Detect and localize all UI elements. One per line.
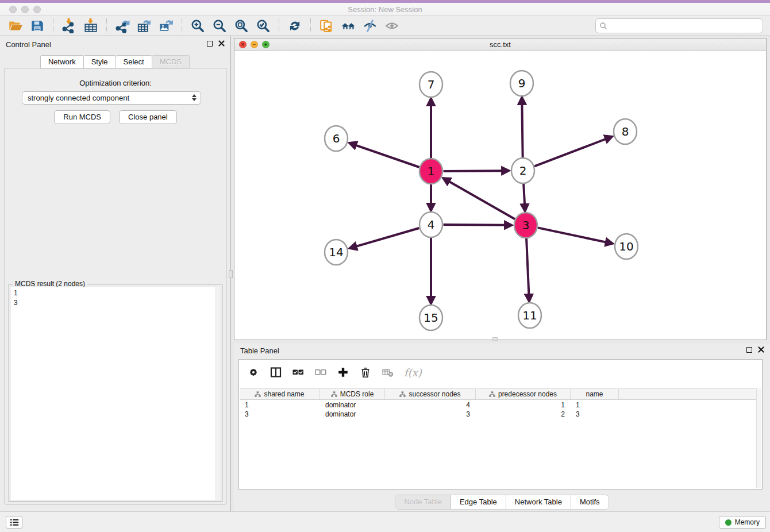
vertical-splitter-grip[interactable] [229,270,233,278]
cell-predecessor-nodes[interactable]: 2 [476,410,571,418]
tab-motifs[interactable]: Motifs [571,495,609,509]
table-row[interactable]: 3dominator323 [240,410,756,419]
node-label-10: 10 [619,240,633,253]
run-mcds-button[interactable]: Run MCDS [54,110,110,124]
cell-mcds-role[interactable]: dominator [320,410,385,418]
close-table-panel-icon[interactable] [758,346,764,353]
control-panel: Control Panel NetworkStyleSelectMCDS Opt… [0,36,231,511]
node-8[interactable]: 8 [614,119,637,144]
search-input[interactable] [607,22,759,30]
edge-2-9[interactable] [522,103,522,159]
maximize-network-button[interactable]: + [262,41,270,48]
node-10[interactable]: 10 [615,234,638,259]
zoom-out-button[interactable] [210,17,229,34]
node-14[interactable]: 14 [325,240,348,265]
table-settings-button[interactable] [247,366,260,379]
zoom-fit-button[interactable] [232,17,251,34]
import-table-button[interactable] [82,17,100,34]
cell-name[interactable]: 3 [571,410,619,418]
save-session-button[interactable] [28,17,47,34]
zoom-selected-button[interactable] [254,17,272,34]
edge-1-2[interactable] [444,171,504,171]
node-7[interactable]: 7 [419,72,442,97]
column-header-successor-nodes[interactable]: successor nodes [385,389,476,399]
result-scrollbar[interactable] [215,287,220,500]
edge-1-6[interactable] [355,145,419,167]
edge-2-3[interactable] [523,183,525,206]
edge-4-3[interactable] [444,225,507,225]
tab-network[interactable]: Network [40,55,84,69]
hide-panel-button[interactable] [361,17,379,34]
minimize-window-button[interactable] [21,6,29,13]
tab-node-table[interactable]: Node Table [395,495,451,509]
node-11[interactable]: 11 [518,303,541,328]
mcds-result-area[interactable]: 1 3 [11,287,220,500]
home-button[interactable] [339,17,357,34]
node-9[interactable]: 9 [510,71,533,96]
tab-edge-table[interactable]: Edge Table [451,495,506,509]
delete-column-button[interactable] [359,366,372,379]
node-3[interactable]: 3 [514,213,537,238]
export-image-icon [159,18,174,33]
node-4[interactable]: 4 [419,212,442,237]
control-panel-tabs: NetworkStyleSelectMCDS [0,55,230,69]
search-box[interactable] [595,18,763,33]
horizontal-splitter-grip[interactable] [492,337,498,341]
edge-3-10[interactable] [538,228,607,242]
mcds-result-groupbox: MCDS result (2 nodes) 1 3 [9,284,222,502]
column-header-name[interactable]: name [571,389,619,399]
close-panel-icon[interactable] [218,40,225,47]
edge-4-14[interactable] [355,228,419,247]
edge-2-8[interactable] [534,138,607,166]
table-row[interactable]: 1dominator411 [240,400,756,410]
memory-button[interactable]: Memory [719,516,766,529]
fx-icon: f(x) [404,367,422,379]
cell-successor-nodes[interactable]: 4 [385,401,476,409]
minimize-network-button[interactable]: − [251,41,258,48]
toolbar-separator [53,18,53,33]
export-image-button[interactable] [157,17,175,34]
float-panel-icon[interactable] [207,41,213,47]
node-label-9: 9 [518,76,526,90]
close-window-button[interactable] [9,6,17,13]
cell-predecessor-nodes[interactable]: 1 [476,401,571,409]
optimization-criterion-select[interactable]: strongly connected component [22,91,201,105]
select-all-button[interactable] [292,366,305,379]
refresh-layout-button[interactable] [286,17,304,34]
task-history-button[interactable] [6,516,22,529]
network-titlebar[interactable]: × − + scc.txt [234,38,766,51]
node-6[interactable]: 6 [325,126,348,151]
table-scrollbar[interactable] [756,388,761,488]
tab-mcds[interactable]: MCDS [152,55,190,69]
node-15[interactable]: 15 [419,305,442,330]
show-columns-button[interactable] [270,366,282,379]
cell-shared-name[interactable]: 3 [240,410,320,418]
close-network-button[interactable]: × [239,41,247,48]
cell-mcds-role[interactable]: dominator [320,401,385,409]
node-2[interactable]: 2 [511,158,534,183]
export-table-button[interactable] [135,17,153,34]
edge-3-11[interactable] [526,238,529,296]
node-1[interactable]: 1 [419,159,442,184]
column-header-mcds-role[interactable]: MCDS role [320,389,385,399]
export-network-button[interactable] [113,17,132,34]
clone-network-button[interactable] [317,17,336,34]
deselect-all-button[interactable] [314,366,327,379]
cell-successor-nodes[interactable]: 3 [385,410,476,418]
cell-name[interactable]: 1 [571,401,619,409]
import-network-button[interactable] [60,17,78,34]
column-header-predecessor-nodes[interactable]: predecessor nodes [476,389,571,399]
float-table-panel-icon[interactable] [746,347,752,353]
column-header-shared-name[interactable]: shared name [240,389,320,399]
maximize-window-button[interactable] [33,6,41,13]
close-panel-button[interactable]: Close panel [119,110,177,124]
zoom-in-button[interactable] [188,17,207,34]
tab-style[interactable]: Style [83,55,116,69]
tab-select[interactable]: Select [116,55,152,69]
open-session-button[interactable] [6,17,25,34]
add-column-button[interactable] [337,366,349,379]
edge-3-1[interactable] [448,181,515,219]
cell-shared-name[interactable]: 1 [240,401,320,409]
tab-network-table[interactable]: Network Table [506,495,571,509]
network-canvas[interactable]: 7968124314101511 [234,51,766,340]
